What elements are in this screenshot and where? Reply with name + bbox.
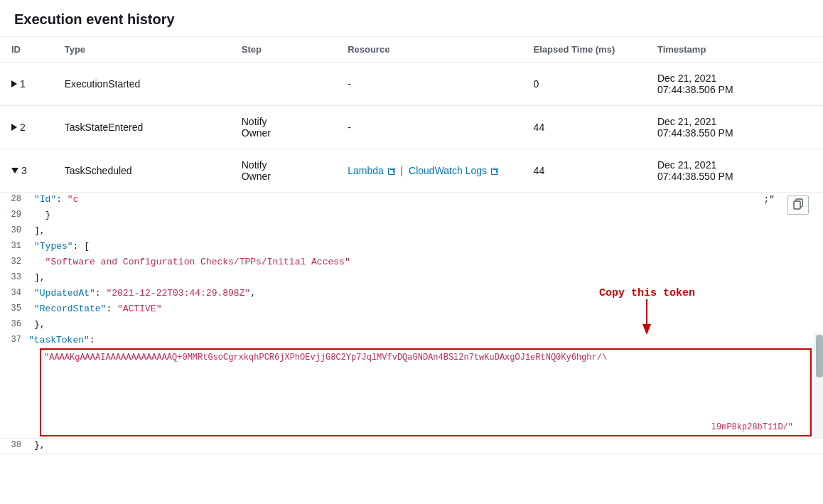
row2-id-value: 2 bbox=[20, 122, 26, 133]
code-line-38: 38 }, bbox=[0, 438, 823, 454]
line-number: 37 bbox=[0, 333, 28, 346]
row2-id-cell: 2 bbox=[0, 106, 53, 149]
table-row: 3 TaskScheduled Notify Owner Lambda | Cl… bbox=[0, 149, 823, 193]
copy-button[interactable] bbox=[787, 195, 809, 215]
code-line-36: 36 }, bbox=[0, 318, 823, 333]
lambda-link[interactable]: Lambda bbox=[348, 165, 394, 176]
code-line-34: 34 "UpdatedAt": "2021-12-22T03:44:29.898… bbox=[0, 286, 823, 302]
line-number: 32 bbox=[0, 255, 28, 268]
code-line-31: 31 "Types": [ bbox=[0, 240, 823, 255]
row3-resource: Lambda | CloudWatch Logs bbox=[336, 149, 522, 193]
col-step: Step bbox=[230, 37, 336, 63]
copy-icon bbox=[792, 198, 804, 210]
expanded-code-cell: 28 "Id": "c;" 29 } 30 bbox=[0, 193, 823, 454]
line-number: 28 bbox=[0, 193, 28, 205]
line-content: }, bbox=[28, 318, 823, 331]
col-type: Type bbox=[53, 37, 230, 63]
col-resource: Resource bbox=[336, 37, 522, 63]
code-section: 28 "Id": "c;" 29 } 30 bbox=[0, 193, 823, 454]
code-line-28: 28 "Id": "c;" bbox=[0, 193, 823, 208]
triangle-down-icon bbox=[11, 168, 18, 173]
line-content: ], bbox=[28, 224, 823, 237]
token-value-line: "AAAAKgAAAAIAAAAAAAAAAAAAQ+0MMRtGsoCgrxk… bbox=[44, 353, 807, 363]
expanded-code-row: 28 "Id": "c;" 29 } 30 bbox=[0, 193, 823, 454]
line-content: "Id": "c;" bbox=[28, 193, 823, 206]
row1-id-value: 1 bbox=[20, 78, 26, 90]
code-line-32: 32 "Software and Configuration Checks/TP… bbox=[0, 255, 823, 271]
line-number: 31 bbox=[0, 240, 28, 252]
line-content: "UpdatedAt": "2021-12-22T03:44:29.898Z", bbox=[28, 286, 823, 300]
code-line-35: 35 "RecordState": "ACTIVE" bbox=[0, 302, 823, 318]
scrollbar-thumb bbox=[816, 335, 823, 377]
line-number: 30 bbox=[0, 224, 28, 237]
line-number: 29 bbox=[0, 208, 28, 221]
line-content: "Software and Configuration Checks/TPPs/… bbox=[28, 255, 823, 269]
separator: | bbox=[401, 165, 404, 176]
external-link-icon bbox=[491, 168, 498, 175]
table-wrapper: ID Type Step Resource Elapsed Time (ms) … bbox=[0, 36, 823, 454]
row1-resource: - bbox=[336, 63, 522, 106]
row1-id-cell: 1 bbox=[0, 63, 53, 106]
line-content: "RecordState": "ACTIVE" bbox=[28, 302, 823, 316]
row2-timestamp: Dec 21, 2021 07:44:38.550 PM bbox=[646, 106, 823, 149]
row3-step: Notify Owner bbox=[230, 149, 336, 193]
row2-resource: - bbox=[336, 106, 522, 149]
line-content: "Types": [ bbox=[28, 240, 823, 253]
svg-rect-1 bbox=[794, 201, 800, 209]
token-highlight-box: "AAAAKgAAAAIAAAAAAAAAAAAAQ+0MMRtGsoCgrxk… bbox=[40, 348, 812, 436]
triangle-right-icon bbox=[11, 80, 17, 87]
token-key: "taskToken": bbox=[28, 333, 106, 347]
code-line-29: 29 } bbox=[0, 208, 823, 224]
row2-step: Notify Owner bbox=[230, 106, 336, 149]
external-link-icon bbox=[388, 168, 395, 175]
col-elapsed: Elapsed Time (ms) bbox=[522, 37, 646, 63]
row1-type: ExecutionStarted bbox=[53, 63, 230, 106]
scrollbar[interactable] bbox=[814, 333, 823, 438]
triangle-right-icon bbox=[11, 124, 17, 131]
token-spacer bbox=[44, 363, 807, 419]
table-header-row: ID Type Step Resource Elapsed Time (ms) … bbox=[0, 37, 823, 63]
code-line-30: 30 ], bbox=[0, 224, 823, 240]
line-content: } bbox=[28, 208, 823, 222]
line-content: }, bbox=[28, 439, 823, 452]
table-row: 2 TaskStateEntered Notify Owner - 44 Dec… bbox=[0, 106, 823, 149]
page-title: Execution event history bbox=[0, 0, 823, 36]
row1-timestamp: Dec 21, 2021 07:44:38.506 PM bbox=[646, 63, 823, 106]
line-number: 38 bbox=[0, 439, 28, 451]
row1-elapsed: 0 bbox=[522, 63, 646, 106]
code-line-33: 33 ], bbox=[0, 271, 823, 286]
line-number: 34 bbox=[0, 286, 28, 299]
code-lines: 28 "Id": "c;" 29 } 30 bbox=[0, 193, 823, 454]
table-row: 1 ExecutionStarted - 0 Dec 21, 2021 07:4… bbox=[0, 63, 823, 106]
line-content: ], bbox=[28, 271, 823, 284]
token-end-line: l9mP8kp28bT11D/" bbox=[44, 422, 807, 432]
row3-id-cell: 3 bbox=[0, 149, 53, 193]
line-number: 35 bbox=[0, 302, 28, 315]
row3-timestamp: Dec 21, 2021 07:44:38.550 PM bbox=[646, 149, 823, 193]
code-line-37: 37 Copy this token bbox=[0, 333, 823, 438]
col-id: ID bbox=[0, 37, 53, 63]
col-timestamp: Timestamp bbox=[646, 37, 823, 63]
line-number: 33 bbox=[0, 271, 28, 284]
cloudwatch-logs-link[interactable]: CloudWatch Logs bbox=[409, 165, 498, 176]
execution-history-table: ID Type Step Resource Elapsed Time (ms) … bbox=[0, 37, 823, 454]
token-key-line: "taskToken": bbox=[28, 333, 823, 347]
row2-type: TaskStateEntered bbox=[53, 106, 230, 149]
row3-id-value: 3 bbox=[21, 165, 27, 176]
line-number: 36 bbox=[0, 318, 28, 331]
row3-expand-button[interactable] bbox=[11, 168, 18, 173]
row2-expand-button[interactable] bbox=[11, 124, 17, 131]
row2-elapsed: 44 bbox=[522, 106, 646, 149]
row3-type: TaskScheduled bbox=[53, 149, 230, 193]
page-container: Execution event history ID Type Step Res… bbox=[0, 0, 823, 504]
row1-expand-button[interactable] bbox=[11, 80, 17, 87]
row1-step bbox=[230, 63, 336, 106]
row3-elapsed: 44 bbox=[522, 149, 646, 193]
